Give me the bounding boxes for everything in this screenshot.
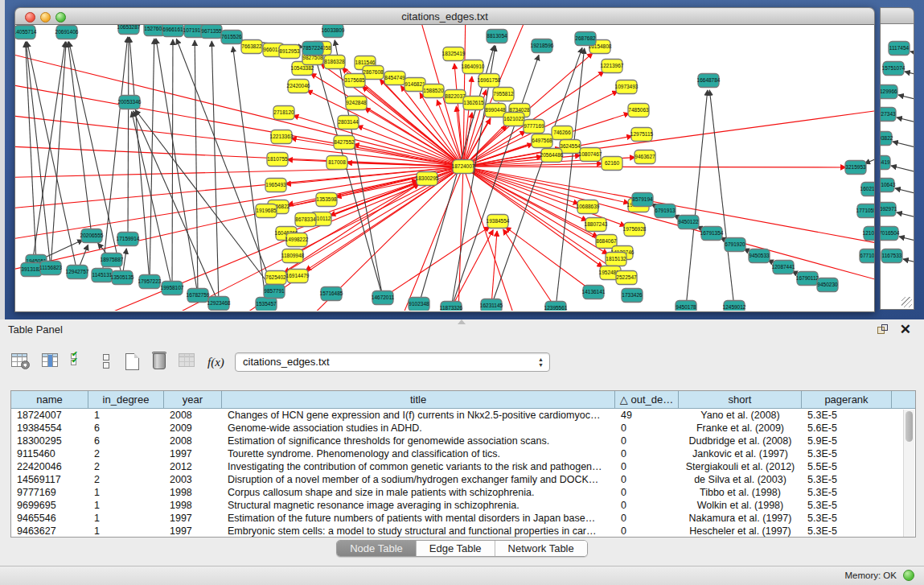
float-panel-icon[interactable] xyxy=(877,324,889,336)
graph-node[interactable]: 14998222 xyxy=(285,233,309,247)
graph-node[interactable]: 16961758 xyxy=(478,74,501,88)
graph-node[interactable]: 12942757 xyxy=(66,266,89,279)
graph-node[interactable]: 1815132 xyxy=(606,253,626,266)
column-header-2[interactable]: year xyxy=(164,391,222,408)
clear-selection-icon[interactable] xyxy=(98,353,119,374)
graph-node[interactable]: 9146821 xyxy=(405,78,425,92)
graph-node[interactable]: 1588520 xyxy=(423,84,444,98)
resize-grip-icon[interactable] xyxy=(901,297,912,307)
graph-node[interactable]: 1733426 xyxy=(622,289,643,303)
graph-node[interactable]: 9227343 xyxy=(881,108,896,122)
graph-node[interactable]: 18640910 xyxy=(462,60,485,74)
table-row[interactable]: 1872400712008Changes of HCN gene express… xyxy=(11,409,915,422)
graph-node[interactable]: 8579194 xyxy=(632,193,653,207)
graph-node[interactable]: 62160 xyxy=(602,157,622,171)
graph-node[interactable]: 6771065 xyxy=(860,249,874,263)
scrollbar-thumb[interactable] xyxy=(906,411,913,442)
column-header-5[interactable]: short xyxy=(679,391,802,408)
graph-node[interactable]: 10653287 xyxy=(117,25,141,35)
graph-node[interactable]: 3624554 xyxy=(560,140,581,154)
graph-node[interactable]: 15716485 xyxy=(320,287,343,301)
graph-node[interactable]: 20564486 xyxy=(540,149,564,163)
graph-node[interactable]: 6497568 xyxy=(532,134,552,148)
table-body[interactable]: 1872400712008Changes of HCN gene express… xyxy=(11,409,915,538)
graph-node[interactable]: 10688639 xyxy=(577,200,600,214)
vertical-scrollbar[interactable] xyxy=(903,410,914,537)
graph-node[interactable]: 7485063 xyxy=(628,104,649,117)
network-view-window[interactable]: citations_edges.txt 18724007183002951938… xyxy=(14,7,875,312)
table-row[interactable]: 946362711997Embryonic stem cells: a mode… xyxy=(11,525,915,538)
graph-node[interactable]: 9463627 xyxy=(634,150,655,164)
graph-node[interactable]: 1117454 xyxy=(889,42,910,56)
column-header-0[interactable]: name xyxy=(11,391,88,408)
graph-node[interactable]: 19756928 xyxy=(623,223,647,237)
graph-node[interactable]: 8454749 xyxy=(384,72,405,85)
graph-node[interactable]: 1535457 xyxy=(256,298,277,311)
graph-node[interactable]: 15751074 xyxy=(882,62,906,76)
graph-node[interactable]: 17710554 xyxy=(856,204,874,218)
table-row[interactable]: 977716911998Corpus callosum shape and si… xyxy=(11,486,915,499)
graph-node[interactable]: 18300295 xyxy=(416,172,439,186)
graph-node[interactable]: 1362615 xyxy=(463,97,484,110)
graph-node[interactable]: 7955812 xyxy=(493,88,514,101)
table-header-row[interactable]: namein_degreeyeartitle△ out_de…shortpage… xyxy=(11,391,915,409)
graph-node[interactable]: 9777169 xyxy=(524,120,544,134)
graph-node[interactable]: 16021068 xyxy=(860,183,874,196)
window-titlebar[interactable]: citations_edges.txt xyxy=(14,7,875,25)
graph-node[interactable]: 6791913 xyxy=(655,204,676,218)
column-header-3[interactable]: title xyxy=(222,391,615,408)
table-row[interactable]: 946554611997Estimation of the future num… xyxy=(11,512,915,525)
graph-node[interactable]: 1621022 xyxy=(503,113,524,126)
function-builder-icon[interactable]: f(x) xyxy=(207,356,228,377)
graph-node[interactable]: 16914479 xyxy=(286,270,310,283)
table-row[interactable]: 969969511998Structural magnetic resonanc… xyxy=(11,499,915,512)
graph-node[interactable]: 8912953 xyxy=(279,45,300,59)
graph-node[interactable]: 7615526 xyxy=(221,31,242,44)
graph-node[interactable]: 3215953 xyxy=(845,161,866,175)
graph-node[interactable]: 12103504 xyxy=(863,227,874,241)
graph-node[interactable]: 22420046 xyxy=(287,80,310,93)
graph-node[interactable]: 7857224 xyxy=(302,42,323,56)
split-pane-handle-icon[interactable] xyxy=(458,319,466,324)
graph-node[interactable]: 17159914 xyxy=(117,233,140,246)
table-row[interactable]: 1456911722003Disruption of a novel membe… xyxy=(11,473,915,486)
close-panel-icon[interactable]: ✕ xyxy=(900,321,911,338)
graph-node[interactable]: 1965493 xyxy=(265,179,286,192)
graph-node[interactable]: 9450122 xyxy=(678,216,699,229)
graph-node[interactable]: 2803144 xyxy=(338,116,359,130)
graph-node[interactable]: 1810755 xyxy=(267,153,288,167)
network-canvas[interactable]: 1872400718300295193845541054338298275088… xyxy=(14,25,875,312)
graph-node[interactable]: 2718120 xyxy=(273,106,294,120)
graph-node[interactable]: 8678334 xyxy=(295,213,316,227)
graph-node[interactable]: 12459012 xyxy=(723,301,746,311)
graph-node[interactable]: 15692971 xyxy=(881,203,897,216)
graph-node[interactable]: 19958107 xyxy=(161,282,184,295)
table-settings-icon[interactable] xyxy=(11,353,32,374)
graph-node[interactable]: 9242848 xyxy=(346,97,367,110)
graph-node[interactable]: 12213967 xyxy=(601,60,624,73)
graph-node[interactable]: 11809948 xyxy=(281,249,305,263)
graph-node[interactable]: 746266 xyxy=(552,126,573,140)
graph-node[interactable]: 13505135 xyxy=(111,271,134,285)
tab-edge-table[interactable]: Edge Table xyxy=(417,541,495,556)
graph-node[interactable]: 9450533 xyxy=(749,249,770,263)
memory-status-icon[interactable] xyxy=(903,570,914,581)
graph-node[interactable]: 9102348 xyxy=(409,298,429,311)
graph-node[interactable]: 11873326 xyxy=(440,302,463,311)
graph-node[interactable]: 18807243 xyxy=(585,218,608,232)
row-check-icon[interactable]: ✔ ✔ xyxy=(71,353,92,374)
graph-node[interactable]: 12213363 xyxy=(270,130,294,144)
graph-node[interactable]: 12975115 xyxy=(630,128,654,142)
graph-node[interactable]: 2522547 xyxy=(616,271,637,285)
graph-node[interactable]: 3175685 xyxy=(344,74,365,88)
table-row[interactable]: 911546021997Tourette syndrome. Phenomeno… xyxy=(11,447,915,460)
graph-node[interactable]: 19218596 xyxy=(531,39,554,53)
background-window-titlebar[interactable] xyxy=(880,7,914,24)
graph-node[interactable]: 9671355 xyxy=(201,25,222,39)
graph-node[interactable]: 1244419 xyxy=(881,156,890,170)
graph-node[interactable]: 9450178 xyxy=(676,301,696,311)
graph-node[interactable]: 8990448 xyxy=(485,104,506,117)
graph-node[interactable]: 6791920 xyxy=(725,238,745,252)
graph-node[interactable]: 1919685 xyxy=(256,204,277,218)
graph-node[interactable]: 16782759 xyxy=(187,289,210,303)
